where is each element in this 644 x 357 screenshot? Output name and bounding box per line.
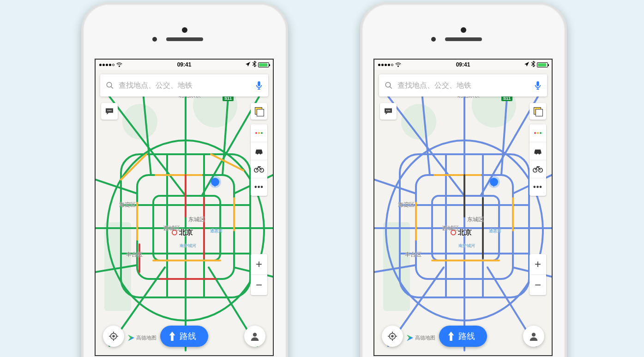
statusbar: 09:41 (374, 60, 552, 70)
side-toolbar: ••• (530, 124, 546, 196)
svg-point-76 (389, 110, 390, 111)
layers-button[interactable] (530, 103, 546, 120)
svg-line-57 (374, 180, 416, 194)
traffic-toggle[interactable] (251, 124, 267, 142)
battery-icon (537, 62, 548, 67)
svg-point-74 (386, 110, 387, 111)
svg-point-33 (108, 110, 108, 111)
locate-button[interactable] (103, 326, 124, 347)
current-location-dot (211, 178, 219, 186)
svg-point-34 (109, 110, 110, 111)
side-toolbar: ••• (251, 124, 267, 196)
zoom-in-button[interactable]: + (530, 254, 546, 274)
svg-line-25 (211, 154, 243, 170)
signal-icon (99, 64, 114, 66)
svg-point-71 (385, 82, 391, 87)
amap-logo-icon (407, 335, 413, 341)
traffic-toggle[interactable] (530, 124, 546, 142)
route-label: 路线 (458, 331, 475, 342)
profile-button[interactable] (523, 326, 544, 347)
proximity-sensor (152, 37, 157, 42)
search-placeholder: 查找地点、公交、地铁 (397, 81, 530, 91)
district-dongcheng: 东城区 (467, 215, 484, 223)
svg-rect-73 (536, 81, 539, 86)
screen-right: S11 北京 海淀区 东城区 西城区 丰台区 北七家镇 通惠河 南护城河 (373, 59, 553, 356)
city-marker: 北京 (451, 228, 472, 237)
district-fengtai: 丰台区 (126, 251, 143, 259)
svg-point-44 (253, 333, 257, 337)
bike-toggle[interactable] (530, 160, 546, 178)
location-arrow-icon (245, 61, 251, 68)
bluetooth-icon (531, 61, 535, 68)
zoom-out-button[interactable]: − (251, 274, 267, 295)
route-label: 路线 (180, 331, 196, 342)
attribution-text: 高德地图 (136, 334, 156, 341)
river-nanhu: 南护城河 (458, 243, 475, 249)
voice-icon[interactable] (255, 81, 263, 90)
zoom-control: + − (251, 254, 267, 295)
more-button[interactable]: ••• (530, 178, 546, 196)
svg-line-72 (390, 86, 392, 89)
zoom-control: + − (530, 254, 546, 295)
svg-point-30 (107, 82, 112, 87)
svg-point-39 (113, 335, 114, 337)
voice-icon[interactable] (534, 81, 542, 90)
wifi-icon (116, 62, 122, 67)
district-dongcheng: 东城区 (188, 215, 205, 223)
svg-point-75 (388, 110, 389, 111)
map-canvas-right[interactable]: S11 北京 海淀区 东城区 西城区 丰台区 北七家镇 通惠河 南护城河 (374, 60, 552, 355)
search-bar[interactable]: 查找地点、公交、地铁 (379, 74, 547, 97)
attribution-text: 高德地图 (415, 334, 435, 341)
search-bar[interactable]: 查找地点、公交、地铁 (100, 74, 268, 97)
wifi-icon (395, 62, 401, 67)
river-tonghui: 通惠河 (210, 228, 223, 234)
signal-icon (378, 64, 393, 66)
screen-left: S11 北京 海淀区 东城区 西城区 丰台区 北七家镇 通惠河 南护城河 (95, 59, 274, 356)
locate-button[interactable] (382, 326, 403, 347)
amap-logo-icon (128, 335, 134, 341)
statusbar: 09:41 (96, 60, 273, 70)
search-placeholder: 查找地点、公交、地铁 (119, 81, 251, 91)
river-tonghui: 通惠河 (489, 228, 501, 234)
profile-button[interactable] (244, 326, 265, 347)
proximity-sensor (431, 37, 436, 42)
svg-point-85 (532, 333, 536, 337)
layers-button[interactable] (251, 103, 267, 120)
route-button[interactable]: 路线 (160, 326, 208, 347)
clock: 09:41 (177, 61, 192, 68)
bluetooth-icon (253, 61, 256, 68)
location-arrow-icon (524, 61, 530, 68)
front-camera (182, 27, 187, 33)
zoom-out-button[interactable]: − (530, 274, 546, 295)
phone-frame-left: S11 北京 海淀区 东城区 西城区 丰台区 北七家镇 通惠河 南护城河 (81, 2, 288, 357)
transit-toggle[interactable] (251, 142, 267, 160)
feedback-button[interactable] (380, 103, 397, 120)
front-camera (461, 27, 466, 33)
city-dot-icon (172, 230, 177, 235)
map-canvas-left[interactable]: S11 北京 海淀区 东城区 西城区 丰台区 北七家镇 通惠河 南护城河 (96, 60, 273, 355)
feedback-button[interactable] (101, 103, 118, 120)
route-button[interactable]: 路线 (439, 326, 487, 347)
svg-line-12 (96, 180, 137, 194)
svg-point-35 (110, 110, 111, 111)
svg-rect-32 (258, 81, 260, 86)
phone-frame-right: S11 北京 海淀区 东城区 西城区 丰台区 北七家镇 通惠河 南护城河 (360, 2, 567, 357)
svg-point-80 (391, 335, 393, 337)
district-haidian: 海淀区 (398, 200, 415, 208)
transit-toggle[interactable] (530, 142, 546, 160)
svg-line-31 (111, 86, 113, 89)
city-name: 北京 (179, 228, 193, 237)
attribution: 高德地图 (407, 334, 435, 341)
clock: 09:41 (456, 61, 470, 68)
district-fengtai: 丰台区 (405, 251, 421, 259)
river-nanhu: 南护城河 (180, 243, 196, 249)
zoom-in-button[interactable]: + (251, 254, 267, 274)
search-icon (385, 81, 393, 90)
bike-toggle[interactable] (251, 160, 267, 178)
current-location-dot (490, 178, 498, 186)
battery-icon (258, 62, 269, 67)
city-marker: 北京 (172, 228, 193, 237)
city-dot-icon (451, 230, 456, 235)
district-haidian: 海淀区 (119, 200, 136, 208)
more-button[interactable]: ••• (251, 178, 267, 196)
